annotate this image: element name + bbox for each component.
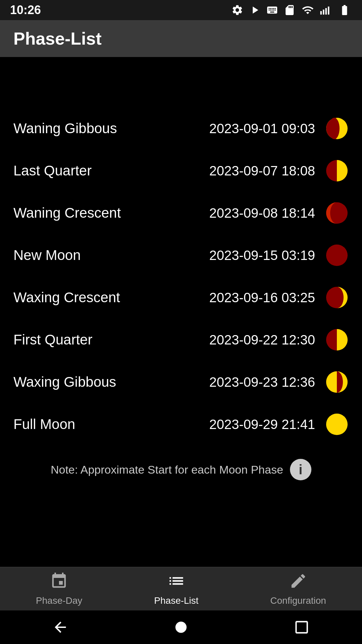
phase-date: 2023-09-07 18:08 xyxy=(209,163,315,178)
page-title: Phase-List xyxy=(13,29,102,49)
wifi-icon xyxy=(301,4,314,16)
svg-point-8 xyxy=(326,245,348,266)
nav-icon-2 xyxy=(289,572,307,593)
nav-item-phase-list[interactable]: Phase-List xyxy=(154,572,198,606)
phase-date: 2023-09-22 12:30 xyxy=(209,332,315,347)
play-icon xyxy=(249,4,261,16)
nav-item-configuration[interactable]: Configuration xyxy=(270,572,326,606)
moon-icon-new-moon xyxy=(325,244,349,267)
note-section: Note: Approximate Start for each Moon Ph… xyxy=(13,459,349,480)
status-bar: 10:26 xyxy=(0,0,362,20)
svg-rect-1 xyxy=(323,10,324,15)
phase-item[interactable]: Full Moon2023-09-29 21:41 xyxy=(13,403,349,445)
svg-rect-3 xyxy=(328,7,329,15)
status-time: 10:26 xyxy=(10,3,41,17)
svg-point-12 xyxy=(326,414,348,435)
phase-item[interactable]: Last Quarter2023-09-07 18:08 xyxy=(13,150,349,192)
status-icons xyxy=(231,4,352,16)
nav-label: Phase-List xyxy=(154,595,198,606)
moon-icon-first-quarter xyxy=(325,328,349,352)
svg-point-13 xyxy=(175,622,186,633)
phase-name: Waxing Crescent xyxy=(13,289,209,306)
phase-name: New Moon xyxy=(13,247,209,263)
sd-card-icon xyxy=(284,4,296,16)
moon-icon-full-moon xyxy=(325,413,349,436)
svg-rect-14 xyxy=(296,622,307,633)
moon-icon-last-quarter xyxy=(325,159,349,182)
home-button[interactable] xyxy=(171,617,191,637)
system-nav xyxy=(0,610,362,644)
svg-rect-0 xyxy=(320,11,322,15)
phase-item[interactable]: Waxing Crescent2023-09-16 03:25 xyxy=(13,276,349,319)
settings-icon xyxy=(231,4,243,16)
nav-label: Configuration xyxy=(270,595,326,606)
moon-icon-waning-crescent xyxy=(325,201,349,225)
keyboard-icon xyxy=(266,4,278,16)
battery-icon xyxy=(337,4,352,16)
phase-date: 2023-09-23 12:36 xyxy=(209,375,315,390)
recents-button[interactable] xyxy=(292,617,312,637)
phase-name: First Quarter xyxy=(13,332,209,348)
phase-name: Waning Gibbous xyxy=(13,120,209,137)
svg-rect-2 xyxy=(325,8,327,15)
signal-icon xyxy=(320,4,332,16)
phase-item[interactable]: Waning Gibbous2023-09-01 09:03 xyxy=(13,107,349,150)
phase-item[interactable]: Waxing Gibbous2023-09-23 12:36 xyxy=(13,361,349,403)
phase-name: Last Quarter xyxy=(13,163,209,179)
phase-date: 2023-09-08 18:14 xyxy=(209,206,315,221)
phase-name: Waxing Gibbous xyxy=(13,374,209,390)
phase-date: 2023-09-15 03:19 xyxy=(209,248,315,263)
moon-icon-waxing-crescent xyxy=(325,286,349,309)
phase-item[interactable]: New Moon2023-09-15 03:19 xyxy=(13,234,349,276)
bottom-nav: Phase-DayPhase-ListConfiguration xyxy=(0,567,362,610)
phase-date: 2023-09-29 21:41 xyxy=(209,417,315,432)
phase-date: 2023-09-16 03:25 xyxy=(209,290,315,305)
nav-icon-1 xyxy=(167,572,185,593)
main-content: Waning Gibbous2023-09-01 09:03 Last Quar… xyxy=(0,57,362,567)
app-bar: Phase-List xyxy=(0,20,362,57)
nav-label: Phase-Day xyxy=(36,595,82,606)
phase-list: Waning Gibbous2023-09-01 09:03 Last Quar… xyxy=(13,107,349,445)
phase-date: 2023-09-01 09:03 xyxy=(209,121,315,136)
note-text: Note: Approximate Start for each Moon Ph… xyxy=(51,463,283,476)
back-button[interactable] xyxy=(50,617,70,637)
top-spacer xyxy=(13,67,349,107)
moon-icon-waning-gibbous xyxy=(325,117,349,140)
phase-item[interactable]: Waning Crescent2023-09-08 18:14 xyxy=(13,192,349,234)
moon-icon-waxing-gibbous xyxy=(325,370,349,394)
phase-name: Full Moon xyxy=(13,416,209,432)
info-icon[interactable]: i xyxy=(290,459,311,480)
nav-item-phase-day[interactable]: Phase-Day xyxy=(36,572,82,606)
phase-item[interactable]: First Quarter2023-09-22 12:30 xyxy=(13,319,349,361)
phase-name: Waning Crescent xyxy=(13,205,209,221)
nav-icon-0 xyxy=(50,572,68,593)
